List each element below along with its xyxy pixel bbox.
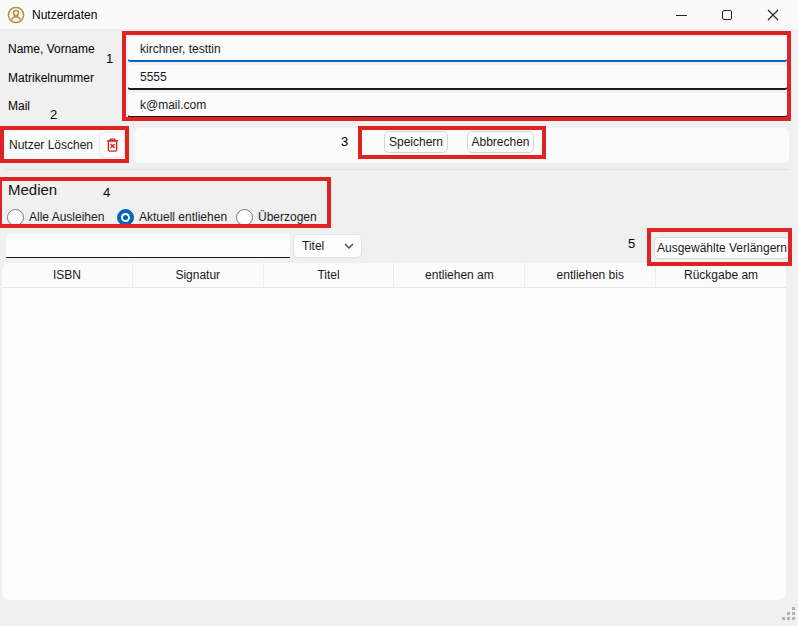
column-header-entliehen-bis[interactable]: entliehen bis — [525, 263, 656, 287]
matrikelnummer-input[interactable] — [127, 64, 788, 90]
title-bar[interactable]: Nutzerdaten — [0, 0, 798, 30]
chevron-down-icon — [344, 243, 354, 250]
filter-dropdown[interactable]: Titel — [293, 234, 362, 258]
save-button[interactable]: Speichern — [384, 131, 448, 153]
radio-circle-icon — [117, 209, 134, 226]
mail-input[interactable] — [127, 92, 788, 118]
delete-user-button[interactable] — [99, 132, 125, 158]
column-header-signatur[interactable]: Signatur — [133, 263, 264, 287]
radio-label: Alle Ausleihen — [29, 210, 104, 224]
radio-label: Aktuell entliehen — [139, 210, 227, 224]
user-circle-icon — [7, 6, 25, 24]
radio-ueberzogen[interactable]: Überzogen — [236, 208, 317, 226]
nutzerdaten-window: Nutzerdaten Name, Vorname Matrikelnummer… — [0, 0, 798, 626]
column-header-rueckgabe-am[interactable]: Rückgabe am — [656, 263, 786, 287]
annotation-number-5: 5 — [628, 236, 635, 251]
close-button[interactable] — [750, 0, 796, 30]
resize-grip[interactable] — [782, 617, 785, 620]
extend-selected-button[interactable]: Ausgewählte Verlängern — [654, 237, 790, 259]
radio-label: Überzogen — [258, 210, 317, 224]
column-header-isbn[interactable]: ISBN — [2, 263, 133, 287]
delete-user-label: Nutzer Löschen — [9, 129, 93, 161]
radio-circle-icon — [7, 209, 24, 226]
window-title: Nutzerdaten — [32, 0, 97, 30]
radio-circle-icon — [236, 209, 253, 226]
trash-x-icon — [105, 137, 120, 153]
annotation-number-3: 3 — [341, 134, 348, 149]
table-body-empty — [2, 288, 786, 599]
save-cancel-panel — [134, 128, 789, 163]
delete-user-panel: Nutzer Löschen — [2, 129, 128, 161]
column-header-entliehen-am[interactable]: entliehen am — [394, 263, 525, 287]
cancel-button[interactable]: Abbrechen — [467, 131, 534, 153]
search-input[interactable] — [6, 234, 290, 258]
medien-heading: Medien — [8, 181, 57, 198]
name-vorname-label: Name, Vorname — [8, 41, 95, 57]
radio-alle-ausleihen[interactable]: Alle Ausleihen — [7, 208, 104, 226]
close-icon — [767, 9, 779, 21]
annotation-number-4: 4 — [103, 185, 110, 200]
column-header-titel[interactable]: Titel — [264, 263, 395, 287]
maximize-icon — [722, 10, 732, 20]
section-divider — [5, 169, 790, 170]
minimize-button[interactable] — [658, 0, 704, 30]
annotation-number-2: 2 — [50, 107, 57, 122]
media-table: ISBN Signatur Titel entliehen am entlieh… — [2, 263, 786, 600]
radio-aktuell-entliehen[interactable]: Aktuell entliehen — [117, 208, 227, 226]
table-header-row: ISBN Signatur Titel entliehen am entlieh… — [2, 263, 786, 288]
annotation-number-1: 1 — [106, 51, 113, 66]
maximize-button[interactable] — [704, 0, 750, 30]
minimize-icon — [676, 15, 687, 16]
mail-label: Mail — [8, 98, 30, 114]
filter-dropdown-value: Titel — [302, 239, 324, 253]
matrikelnummer-label: Matrikelnummer — [8, 70, 94, 86]
name-vorname-input[interactable] — [127, 36, 788, 62]
